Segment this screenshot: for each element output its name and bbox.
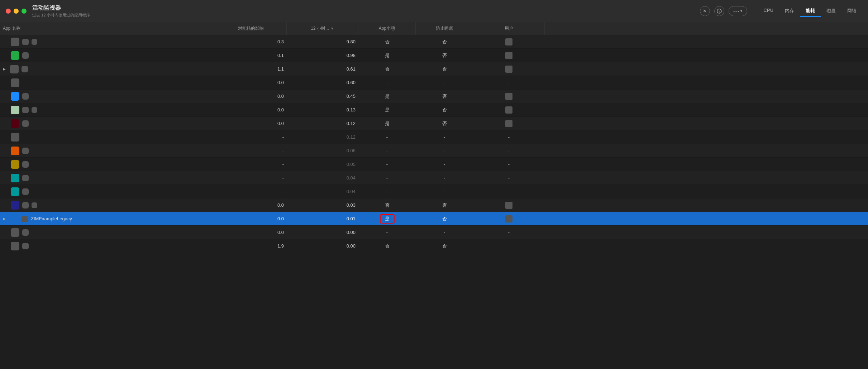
- table-row[interactable]: 0.00.03否否: [0, 198, 868, 212]
- cell-appnap: -: [358, 144, 416, 157]
- appnap-highlighted-value: 是: [380, 214, 395, 224]
- app-icon: [10, 65, 19, 73]
- app-icon-tertiary: [32, 39, 37, 45]
- cell-user: [473, 62, 545, 76]
- cell-12h: 0.61: [287, 62, 358, 76]
- app-icon: [11, 78, 19, 87]
- col-header-12h[interactable]: 12 小时... ▼: [287, 22, 358, 35]
- table-row[interactable]: -0.05---: [0, 158, 868, 171]
- cell-impact: 0.0: [215, 117, 287, 130]
- table-row[interactable]: ▶1.10.61否否: [0, 62, 868, 76]
- cell-appnap: 否: [358, 62, 416, 76]
- app-icon-secondary: [22, 52, 29, 59]
- cell-appnap: 是: [358, 49, 416, 62]
- cell-impact: 0.0: [215, 103, 287, 116]
- cell-impact: 0.0: [215, 76, 287, 89]
- app-title: 活动监视器: [32, 4, 700, 12]
- app-icon-secondary: [22, 216, 28, 222]
- cell-12h: 0.13: [287, 103, 358, 116]
- cell-appnap: 是: [358, 117, 416, 130]
- col-header-impact[interactable]: 对能耗的影响: [215, 22, 287, 35]
- app-icon: [11, 187, 19, 196]
- svg-text:i: i: [719, 10, 720, 13]
- table-row[interactable]: 0.00.60---: [0, 76, 868, 90]
- expand-arrow-icon[interactable]: ▶: [3, 67, 6, 71]
- cell-name: [0, 76, 215, 89]
- table-row[interactable]: 1.90.00否否: [0, 239, 868, 253]
- table-row[interactable]: -0.12---: [0, 130, 868, 144]
- cell-12h: 0.12: [287, 117, 358, 130]
- cell-name: [0, 185, 215, 198]
- cell-name: [0, 103, 215, 116]
- cell-appnap: 否: [358, 35, 416, 48]
- app-icon-secondary: [22, 161, 29, 168]
- cell-user: -: [473, 144, 545, 157]
- cell-user: [473, 117, 545, 130]
- table-row[interactable]: 0.10.98是否: [0, 49, 868, 62]
- table-row[interactable]: 0.00.13是否: [0, 103, 868, 117]
- cell-user: -: [473, 185, 545, 198]
- table-row[interactable]: -0.04---: [0, 185, 868, 198]
- cell-sleep: -: [416, 185, 473, 198]
- title-info: 活动监视器 过去 12 小时内使用过的应用程序: [32, 4, 700, 18]
- cell-user: [473, 103, 545, 116]
- cell-name: [0, 90, 215, 103]
- app-icon-secondary: [22, 229, 29, 236]
- cell-12h: 0.05: [287, 158, 358, 171]
- table-header: App 名称 对能耗的影响 12 小时... ▼ App小憩 防止睡眠 用户: [0, 22, 868, 35]
- table-row[interactable]: 0.00.12是否: [0, 117, 868, 130]
- table-row[interactable]: -0.04---: [0, 171, 868, 185]
- user-avatar: [505, 66, 512, 73]
- cell-sleep: 否: [416, 35, 473, 48]
- cell-impact: -: [215, 185, 287, 198]
- titlebar-controls: ✕ i ••• ▾: [700, 6, 747, 16]
- cell-sleep: 否: [416, 198, 473, 212]
- app-icon: [11, 106, 19, 114]
- table-row[interactable]: 0.00.00---: [0, 226, 868, 239]
- col-header-appnap[interactable]: App小憩: [358, 22, 416, 35]
- expand-arrow-icon[interactable]: ▶: [3, 217, 6, 221]
- table-row[interactable]: -0.06---: [0, 144, 868, 158]
- col-header-user[interactable]: 用户: [473, 22, 545, 35]
- cell-appnap: -: [358, 76, 416, 89]
- cell-sleep: -: [416, 158, 473, 171]
- col-header-sleep[interactable]: 防止睡眠: [416, 22, 473, 35]
- app-icon: [11, 174, 19, 182]
- cell-sleep: -: [416, 171, 473, 184]
- col-header-name[interactable]: App 名称: [0, 22, 215, 35]
- info-icon-btn[interactable]: i: [714, 6, 724, 16]
- cell-sleep: 否: [416, 239, 473, 253]
- cell-name: [0, 117, 215, 130]
- table-row[interactable]: 0.00.45是否: [0, 90, 868, 103]
- app-icon: [11, 51, 19, 60]
- cell-impact: -: [215, 130, 287, 144]
- cell-impact: 1.1: [215, 62, 287, 76]
- cell-impact: 1.9: [215, 239, 287, 253]
- more-options-btn[interactable]: ••• ▾: [729, 6, 747, 16]
- app-icon-secondary: [22, 243, 29, 249]
- app-name-label: ZIMExampleLegacy: [31, 216, 72, 221]
- table-row[interactable]: 0.39.80否否: [0, 35, 868, 49]
- tab-memory[interactable]: 内存: [779, 5, 800, 17]
- cell-sleep: 否: [416, 90, 473, 103]
- tab-network[interactable]: 网络: [841, 5, 862, 17]
- tab-energy[interactable]: 能耗: [800, 5, 821, 17]
- user-avatar: [505, 202, 512, 209]
- close-icon-btn[interactable]: ✕: [700, 6, 710, 16]
- user-avatar: [505, 215, 512, 222]
- cell-12h: 0.06: [287, 144, 358, 157]
- close-button[interactable]: [6, 9, 11, 14]
- cell-name: [0, 144, 215, 157]
- tab-disk[interactable]: 磁盘: [821, 5, 841, 17]
- tab-cpu[interactable]: CPU: [758, 5, 779, 17]
- cell-appnap: -: [358, 130, 416, 144]
- cell-12h: 0.00: [287, 226, 358, 239]
- app-icon-tertiary: [32, 202, 37, 208]
- user-avatar: [505, 38, 512, 45]
- cell-name: [0, 130, 215, 144]
- cell-name: ▶ZIMExampleLegacy: [0, 212, 215, 225]
- maximize-button[interactable]: [22, 9, 27, 14]
- minimize-button[interactable]: [14, 9, 19, 14]
- table-row[interactable]: ▶ZIMExampleLegacy0.00.01是否: [0, 212, 868, 226]
- cell-impact: 0.0: [215, 198, 287, 212]
